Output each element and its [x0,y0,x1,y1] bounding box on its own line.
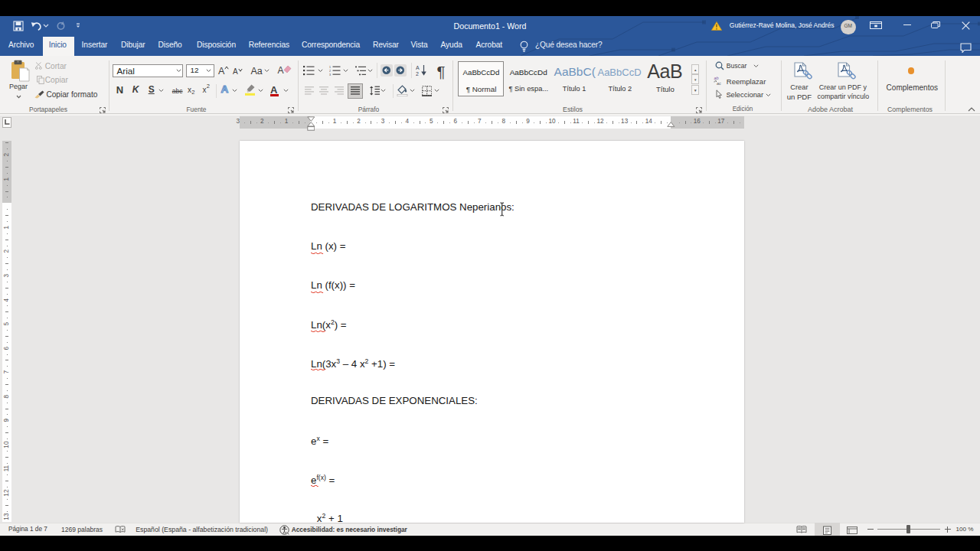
svg-text:2: 2 [329,70,331,73]
svg-text:1: 1 [329,66,331,69]
svg-text:A: A [416,65,420,70]
svg-text:ac: ac [717,81,721,86]
svg-text:2: 2 [416,71,419,77]
svg-text:ab: ab [714,76,718,80]
svg-text:3: 3 [329,73,331,76]
